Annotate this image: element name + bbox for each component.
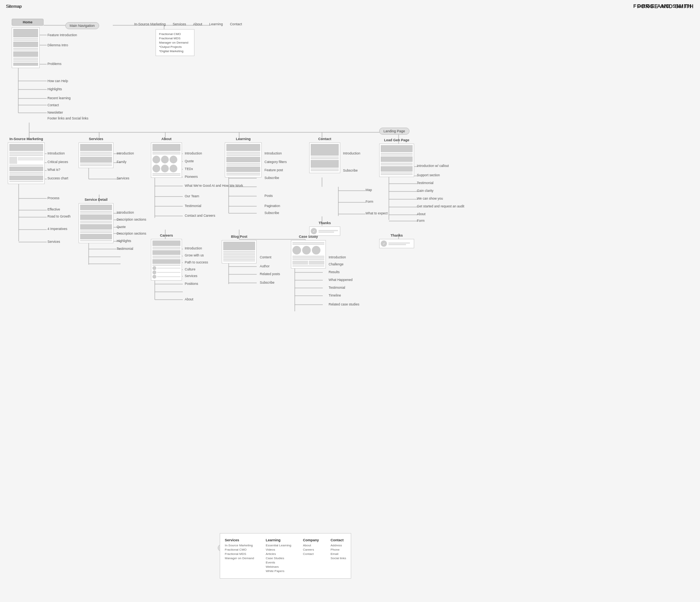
cs-child-0: Introduction <box>329 255 346 259</box>
lg-child-0: Introduction w/ callout <box>417 163 449 168</box>
sd-child-0: Introduction <box>117 210 134 214</box>
bp-child-3: Subscribe <box>260 280 275 284</box>
learning-child-0: Introduction <box>264 151 282 155</box>
is-child-7: 4 Imperatives <box>47 226 67 231</box>
case-study-card <box>291 240 326 269</box>
home-child-recent: Recent learning <box>47 96 71 100</box>
learning-child-2: Feature post <box>264 168 283 172</box>
contact-map: Map <box>366 188 372 192</box>
sd-child-4: Highlights <box>117 239 131 243</box>
footer-col-contact: Contact Address Phone Email Social links <box>331 538 346 574</box>
logo-area: FORGE AND SMITH <box>633 3 692 9</box>
cs-child-1: Challenge <box>329 262 343 266</box>
bp-child-1: Author <box>260 264 270 268</box>
careers-card <box>151 239 182 281</box>
about-child-2: TEDx <box>185 167 193 171</box>
home-card <box>12 27 40 68</box>
svc-child-2: Services <box>117 176 130 180</box>
is-child-6: Road to Growth <box>47 214 71 218</box>
about-child-5: Our Team <box>185 194 199 198</box>
insource-card <box>8 142 45 184</box>
about-child-7: Contact and Careers <box>185 213 215 218</box>
footer-card: Services In-Source Marketing Fractional … <box>220 533 351 579</box>
blog-post-card <box>222 240 257 263</box>
lg-child-7: Form <box>417 218 425 223</box>
is-child-4: Process <box>47 196 60 200</box>
home-child-feature: Feature Introduction <box>47 33 77 37</box>
is-child-1: Critical pieces <box>47 160 68 164</box>
insource-section: In-Source Marketing <box>8 137 45 184</box>
learning-section: Learning <box>225 137 262 177</box>
lg-child-6: About <box>417 212 425 216</box>
service-detail-section: Service Detail <box>79 198 114 243</box>
contact-thanks-section: Thanks ✓ <box>309 221 340 236</box>
sd-child-1: Description sections <box>117 217 146 221</box>
footer-col-learning: Learning Essential Learning Videos Artic… <box>266 538 291 574</box>
footer-col-services: Services In-Source Marketing Fractional … <box>225 538 254 574</box>
top-bar: Sitemap FORGE AND SMITH <box>0 0 700 12</box>
cs-child-4: Testimonial <box>329 285 345 290</box>
careers-child-5: Positions <box>185 281 198 286</box>
learning-card <box>225 142 262 177</box>
page-wrapper: Sitemap FORGE AND SMITH <box>0 0 700 602</box>
case-study-section: Case Study <box>291 235 326 269</box>
landing-page-label: Landing Page <box>379 128 410 135</box>
sd-child-5: Testimonial <box>117 246 133 251</box>
lg-child-3: Gain clarity <box>417 188 434 193</box>
home-child-newsletter: Newsletter <box>47 110 63 114</box>
home-child-problems: Problems <box>47 61 61 66</box>
learning-child-posts: Posts <box>264 193 273 198</box>
lead-gen-card <box>379 144 414 177</box>
is-child-5: Effective <box>47 207 60 211</box>
main-nav-node: Main Navigation <box>65 22 99 29</box>
about-card <box>151 142 182 178</box>
about-child-0: Introduction <box>185 151 202 155</box>
bp-child-2: Related posts <box>260 272 280 276</box>
careers-child-2: Path to success <box>185 260 208 264</box>
lead-gen-thanks-card: ✓ <box>379 239 414 248</box>
is-child-0: Introduction <box>47 151 65 155</box>
careers-child-3: Culture <box>185 267 195 271</box>
about-child-1: Quote <box>185 159 194 163</box>
lead-gen-thanks: Thanks ✓ <box>379 233 414 248</box>
services-card <box>79 142 114 168</box>
is-child-8: Services <box>47 239 60 244</box>
home-child-contact: Contact <box>47 103 59 107</box>
cs-child-5: Timeline <box>329 293 341 297</box>
services-section: Services <box>79 137 114 168</box>
about-child-3: Pioneers <box>185 174 198 179</box>
home-label: Home <box>12 19 44 26</box>
home-node: Home <box>12 19 44 68</box>
contact-child-1: Subscribe <box>343 168 358 172</box>
home-child-highlights: Highlights <box>47 87 62 91</box>
connectors-svg <box>0 0 700 602</box>
sd-child-3: Description sections <box>117 231 146 235</box>
careers-child-1: Grow with us <box>185 253 204 257</box>
lg-child-4: We can show you <box>417 196 443 200</box>
svc-child-1: Family <box>117 160 126 164</box>
cs-child-3: What Happened <box>329 277 352 282</box>
careers-child-7: About <box>185 297 193 301</box>
cs-child-2: Results <box>329 270 340 274</box>
lg-child-2: Testimonial <box>417 181 434 185</box>
sd-child-2: Quote <box>117 225 126 229</box>
contact-child-0: Introduction <box>343 151 360 155</box>
footer-col-company: Company About Careers Contact <box>303 538 319 574</box>
sitemap-title: Sitemap <box>6 4 21 9</box>
learning-child-3: Subscribe <box>264 176 279 180</box>
contact-form: Form <box>366 199 373 204</box>
service-detail-card <box>79 203 114 243</box>
lead-gen-section: Lead Gen Page <box>379 138 414 177</box>
home-child-footer: Footer links and Social links <box>47 116 88 120</box>
cs-child-6: Related case studies <box>329 302 359 306</box>
nav-items: In-Source Marketing Services About Learn… <box>134 22 242 26</box>
learning-child-6: Pagination <box>264 204 280 208</box>
blog-post-section: Blog Post <box>222 235 257 263</box>
learning-child-7: Subscribe <box>264 211 279 215</box>
lg-child-5: Get started and request an audit <box>417 204 464 208</box>
learning-child-1: Category filters <box>264 160 287 164</box>
contact-what: What to expect <box>366 211 388 215</box>
is-child-3: Success chart <box>47 176 68 180</box>
contact-card <box>309 142 340 173</box>
lg-child-1: Support section <box>417 173 440 177</box>
